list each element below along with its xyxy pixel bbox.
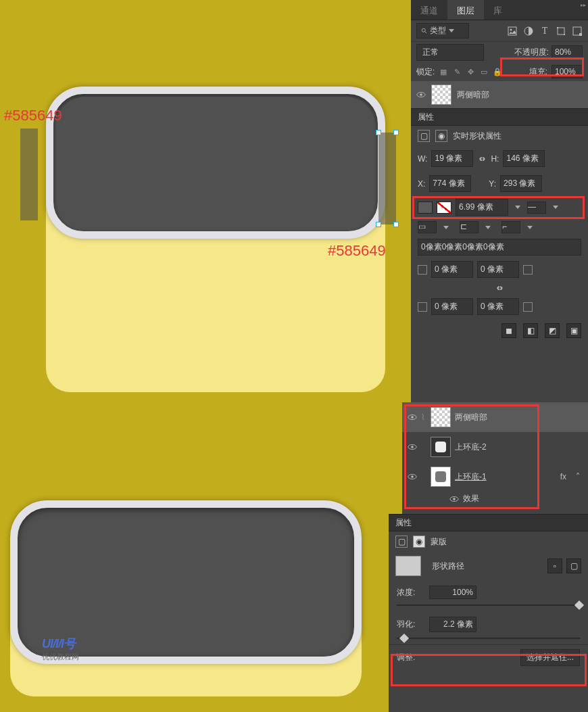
y-input[interactable]: 293 像素 [500, 175, 542, 192]
corner-tr-icon[interactable] [523, 265, 533, 275]
adjust-row: 调整: 选择并遮住... [389, 644, 588, 670]
chevron-down-icon [449, 29, 454, 32]
layers-panel: ▸▸ 通道 图层 库 类型 T 正常 不透明度: 80% 锁定: ▦ ✎ ✥ ▭ [411, 0, 588, 402]
canvas-top: #585649 #585649 [0, 0, 411, 402]
svg-point-0 [422, 28, 425, 32]
stroke-align-row: ▭ ⊏ ⌐ [411, 218, 588, 236]
path-exclude-icon[interactable]: ▣ [566, 323, 581, 338]
shape-icon: ▢ [395, 536, 408, 548]
chevron-down-icon[interactable] [553, 206, 558, 209]
transform-handle[interactable] [393, 130, 399, 135]
mask-subtitle: 蒙版 [431, 536, 447, 548]
layer-thumbnail[interactable] [431, 85, 451, 105]
radius-tr-input[interactable]: 0 像素 [477, 261, 519, 278]
corner-tl-icon[interactable] [418, 265, 427, 275]
link-corners-icon[interactable] [495, 283, 504, 293]
layer-name[interactable]: 两侧暗部 [457, 89, 489, 101]
panel-menu-icon[interactable]: ▸▸ [581, 2, 586, 8]
feather-slider[interactable] [397, 638, 580, 639]
stroke-join-select[interactable]: ⌐ [501, 221, 520, 233]
visibility-toggle[interactable] [449, 494, 459, 504]
fill-swatch[interactable] [418, 201, 433, 214]
properties-subtitle: 实时形状属性 [453, 130, 501, 142]
stroke-swatch[interactable] [437, 201, 451, 214]
properties-header: 属性 [389, 514, 588, 531]
filter-adjustment-icon[interactable] [523, 26, 534, 37]
lock-artboard-icon[interactable]: ▭ [479, 67, 489, 76]
layers-list-panel: ⌇ 两侧暗部 上环底-2 上环底-1 fx ˄ 效果 [402, 402, 588, 514]
filter-smartobject-icon[interactable] [572, 26, 583, 37]
layer-item[interactable]: 上环底-2 [402, 432, 588, 462]
layer-item[interactable]: 上环底-1 fx ˄ [402, 462, 588, 492]
density-input[interactable]: 100% [429, 586, 476, 599]
chevron-down-icon[interactable] [485, 226, 491, 229]
tab-layers[interactable]: 图层 [447, 0, 484, 20]
svg-rect-6 [557, 27, 558, 28]
mask-mode-icon[interactable]: ◉ [413, 536, 425, 548]
filter-pixel-icon[interactable] [507, 26, 518, 37]
stroke-cap-select[interactable]: ⊏ [460, 221, 479, 233]
fx-badge[interactable]: fx [560, 472, 566, 481]
chevron-up-icon[interactable]: ˄ [576, 472, 580, 481]
layer-name[interactable]: 上环底-2 [455, 442, 487, 453]
x-input[interactable]: 774 像素 [429, 175, 471, 192]
stroke-width-input[interactable]: 6.99 像素 [456, 199, 508, 216]
lock-transparency-icon[interactable]: ▦ [439, 67, 448, 76]
density-slider[interactable] [397, 604, 580, 606]
mask-subtract-icon[interactable]: ▢ [566, 559, 581, 573]
height-input[interactable]: 146 像素 [503, 150, 545, 167]
layer-thumbnail[interactable] [431, 467, 451, 487]
corner-bl-icon[interactable] [418, 302, 427, 312]
layer-thumbnail[interactable] [431, 437, 451, 457]
opacity-input[interactable]: 80% [552, 45, 583, 59]
feather-input[interactable]: 2.2 像素 [429, 617, 476, 632]
radius-br-input[interactable]: 0 像素 [477, 298, 519, 315]
filter-text-icon[interactable]: T [539, 26, 550, 37]
radius-tl-input[interactable]: 0 像素 [431, 261, 473, 278]
filter-type-select[interactable]: 类型 [416, 23, 469, 39]
visibility-toggle[interactable] [416, 90, 426, 99]
radius-bl-input[interactable]: 0 像素 [431, 298, 473, 315]
corner-link-row [411, 281, 588, 295]
select-mask-button[interactable]: 选择并遮住... [520, 649, 580, 666]
mask-thumbnail[interactable] [395, 556, 421, 576]
radius-combined-input[interactable]: 0像素0像素0像素0像素 [418, 239, 581, 256]
tab-channels[interactable]: 通道 [411, 0, 447, 20]
visibility-toggle[interactable] [408, 472, 417, 481]
chevron-down-icon[interactable] [527, 226, 533, 229]
link-wh-icon[interactable] [477, 154, 487, 164]
feather-row: 羽化: 2.2 像素 [389, 611, 588, 638]
opacity-label: 不透明度: [514, 47, 549, 58]
path-intersect-icon[interactable]: ◩ [545, 323, 560, 338]
path-combine-icon[interactable]: ◼ [501, 323, 516, 338]
path-subtract-icon[interactable]: ◧ [523, 323, 538, 338]
visibility-toggle[interactable] [408, 412, 417, 422]
mask-add-icon[interactable]: ▫ [547, 559, 562, 573]
chevron-down-icon[interactable] [443, 226, 449, 229]
layer-item[interactable]: 两侧暗部 [411, 81, 588, 108]
layer-item[interactable]: ⌇ 两侧暗部 [402, 402, 588, 432]
transform-handle[interactable] [393, 222, 399, 227]
lock-position-icon[interactable]: ✥ [466, 67, 475, 76]
stroke-style-select[interactable]: — [527, 201, 546, 214]
link-icon[interactable]: ⌇ [421, 412, 426, 422]
stroke-align-select[interactable]: ▭ [418, 221, 437, 233]
transform-handle[interactable] [376, 222, 381, 227]
fill-input[interactable]: 100% [552, 65, 583, 78]
visibility-toggle[interactable] [408, 442, 417, 452]
layer-name[interactable]: 上环底-1 [455, 471, 487, 483]
tab-library[interactable]: 库 [484, 0, 512, 20]
filter-shape-icon[interactable] [556, 26, 566, 37]
corner-br-icon[interactable] [523, 302, 533, 312]
blend-mode-select[interactable]: 正常 [416, 44, 484, 61]
side-dark-rect-right-selected[interactable] [378, 133, 396, 224]
lock-pixels-icon[interactable]: ✎ [452, 67, 462, 76]
transform-handle[interactable] [376, 130, 381, 135]
layer-name[interactable]: 两侧暗部 [455, 412, 487, 423]
chevron-down-icon[interactable] [515, 206, 520, 209]
width-input[interactable]: 19 像素 [431, 150, 473, 167]
layer-thumbnail[interactable] [431, 407, 451, 427]
shape-path-row: 形状路径 ▫ ▢ [389, 552, 588, 580]
layer-effects-row[interactable]: 效果 [402, 492, 588, 508]
lock-all-icon[interactable]: 🔒 [493, 67, 502, 76]
